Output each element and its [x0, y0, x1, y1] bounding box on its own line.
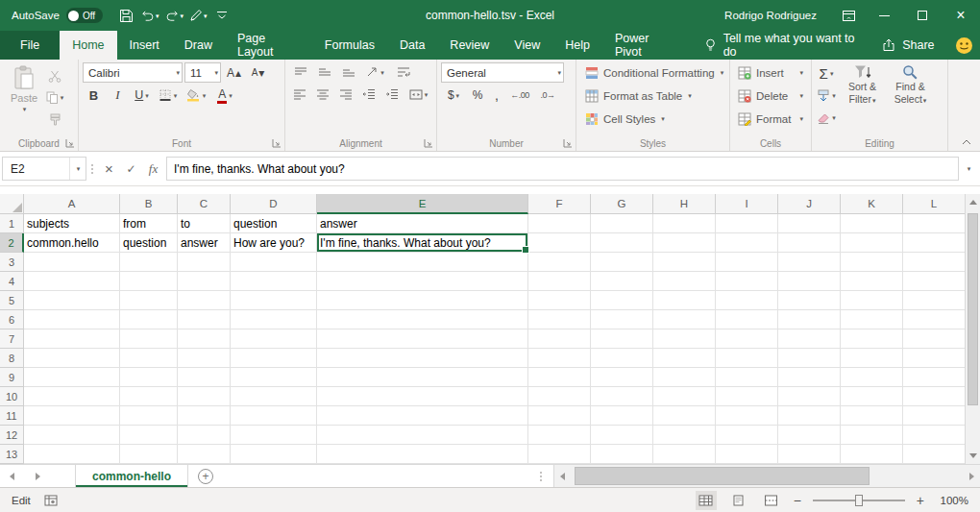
cell-H1[interactable] — [653, 214, 716, 233]
cell-L3[interactable] — [903, 253, 966, 272]
cell-J3[interactable] — [778, 253, 841, 272]
inking-button[interactable]: ▾ — [187, 4, 209, 27]
increase-indent-button[interactable] — [381, 85, 403, 104]
cell-I10[interactable] — [716, 387, 778, 406]
clear-button[interactable]: ▾ — [816, 108, 837, 128]
cell-G4[interactable] — [591, 272, 653, 291]
cancel-button[interactable]: × — [98, 157, 120, 181]
cell-E3[interactable] — [317, 253, 528, 272]
cell-G8[interactable] — [591, 349, 653, 368]
tab-formulas[interactable]: Formulas — [312, 31, 387, 60]
align-right-button[interactable] — [335, 85, 356, 104]
orientation-button[interactable]: ▾ — [361, 62, 388, 82]
cell-C3[interactable] — [178, 253, 231, 272]
accounting-format-button[interactable]: $▾ — [441, 85, 466, 105]
tab-bar-resize-handle[interactable] — [540, 465, 542, 487]
cell-B13[interactable] — [120, 445, 178, 464]
cell-G1[interactable] — [591, 214, 653, 233]
cell-L12[interactable] — [903, 426, 966, 445]
cell-D1[interactable]: question — [231, 214, 317, 233]
cell-E9[interactable] — [317, 368, 528, 387]
row-header-2[interactable]: 2 — [0, 233, 24, 253]
cell-F1[interactable] — [528, 214, 591, 233]
cell-H10[interactable] — [653, 387, 716, 406]
cell-K3[interactable] — [841, 253, 903, 272]
cell-G10[interactable] — [591, 387, 653, 406]
cell-B8[interactable] — [120, 349, 178, 368]
cell-B5[interactable] — [120, 291, 178, 310]
align-bottom-button[interactable] — [337, 62, 359, 82]
cell-C7[interactable] — [178, 329, 231, 349]
cell-C6[interactable] — [178, 310, 231, 329]
name-box[interactable]: E2 ▾ — [2, 157, 86, 181]
row-header-11[interactable]: 11 — [0, 406, 24, 426]
wrap-text-button[interactable] — [390, 62, 417, 82]
vertical-scrollbar[interactable] — [965, 194, 980, 464]
cell-L9[interactable] — [903, 368, 966, 387]
cell-G6[interactable] — [591, 310, 653, 329]
share-button[interactable]: Share — [869, 31, 947, 60]
cell-G3[interactable] — [591, 253, 653, 272]
cell-A5[interactable] — [24, 291, 120, 310]
customize-quick-access-button[interactable] — [211, 4, 233, 27]
cell-L8[interactable] — [903, 349, 966, 368]
cell-C4[interactable] — [178, 272, 231, 291]
feedback-smiley-button[interactable] — [948, 31, 980, 60]
align-center-button[interactable] — [312, 85, 333, 104]
column-header-H[interactable]: H — [653, 194, 716, 214]
cell-E4[interactable] — [317, 272, 528, 291]
tab-help[interactable]: Help — [552, 31, 602, 60]
cell-K10[interactable] — [841, 387, 903, 406]
cell-D9[interactable] — [231, 368, 317, 387]
cell-D10[interactable] — [231, 387, 317, 406]
cell-F13[interactable] — [528, 445, 591, 464]
undo-button[interactable]: ▾ — [138, 4, 161, 27]
zoom-slider[interactable] — [813, 494, 905, 507]
cell-K9[interactable] — [841, 368, 903, 387]
align-top-button[interactable] — [289, 62, 311, 82]
cell-L13[interactable] — [903, 445, 966, 464]
cell-F6[interactable] — [528, 310, 591, 329]
cell-I7[interactable] — [716, 329, 778, 349]
insert-function-button[interactable]: fx — [142, 157, 164, 181]
cell-E11[interactable] — [317, 406, 528, 426]
align-middle-button[interactable] — [313, 62, 335, 82]
cell-D5[interactable] — [231, 291, 317, 310]
cell-B7[interactable] — [120, 329, 178, 349]
fill-button[interactable]: ▾ — [816, 85, 837, 106]
cell-A10[interactable] — [24, 387, 120, 406]
row-header-8[interactable]: 8 — [0, 349, 24, 368]
cell-H3[interactable] — [653, 253, 716, 272]
underline-button[interactable]: U▾ — [131, 85, 153, 105]
cell-B11[interactable] — [120, 406, 178, 426]
cell-L4[interactable] — [903, 272, 966, 291]
conditional-formatting-button[interactable]: Conditional Formatting ▾ — [580, 62, 725, 83]
redo-button[interactable]: ▾ — [163, 4, 186, 27]
cell-D11[interactable] — [231, 406, 317, 426]
collapse-ribbon-button[interactable] — [961, 138, 972, 146]
cell-D13[interactable] — [231, 445, 317, 464]
cell-B3[interactable] — [120, 253, 178, 272]
name-box-dropdown[interactable]: ▾ — [69, 158, 86, 180]
cell-styles-button[interactable]: Cell Styles ▾ — [580, 109, 725, 129]
align-left-button[interactable] — [289, 85, 310, 104]
page-layout-view-button[interactable] — [728, 491, 749, 510]
cell-E5[interactable] — [317, 291, 528, 310]
cell-K13[interactable] — [841, 445, 903, 464]
cell-G13[interactable] — [591, 445, 653, 464]
cell-L5[interactable] — [903, 291, 966, 310]
cell-A13[interactable] — [24, 445, 120, 464]
cell-G7[interactable] — [591, 329, 653, 349]
cell-K4[interactable] — [841, 272, 903, 291]
cell-I9[interactable] — [716, 368, 778, 387]
cell-A3[interactable] — [24, 253, 120, 272]
cell-F9[interactable] — [528, 368, 591, 387]
column-header-D[interactable]: D — [231, 194, 317, 214]
row-header-13[interactable]: 13 — [0, 445, 24, 464]
cell-C5[interactable] — [178, 291, 231, 310]
cell-L6[interactable] — [903, 310, 966, 329]
cell-I4[interactable] — [716, 272, 778, 291]
maximize-button[interactable] — [903, 0, 942, 31]
cell-D7[interactable] — [231, 329, 317, 349]
cell-L10[interactable] — [903, 387, 966, 406]
